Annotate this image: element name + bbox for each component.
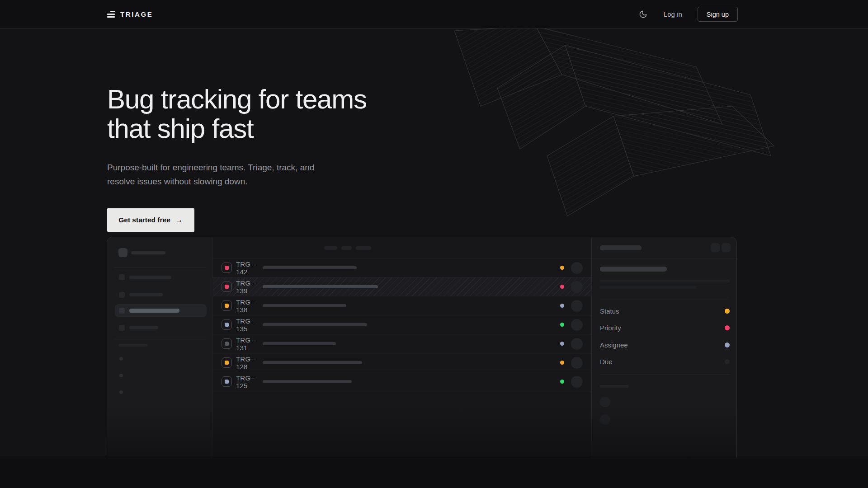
issue-title-skeleton	[263, 266, 357, 269]
issue-row[interactable]: TRG–135	[213, 315, 591, 334]
theme-toggle-moon-icon[interactable]	[638, 9, 648, 19]
status-dot	[560, 342, 564, 346]
issue-type-icon	[222, 282, 232, 292]
panel-action-button[interactable]	[711, 243, 720, 252]
filter-tab-skeleton[interactable]	[341, 246, 352, 250]
list-dot	[119, 390, 123, 394]
status-dot	[560, 323, 564, 327]
field-label: Priority	[600, 324, 621, 332]
app-mockup: TRG–142 TRG–139 TRG–138	[107, 237, 737, 458]
section-label-skeleton	[118, 344, 148, 347]
hero-title: Bug tracking for teams that ship fast	[107, 84, 367, 143]
divider	[114, 267, 207, 268]
assignee-avatar	[571, 262, 583, 274]
issue-row[interactable]: TRG–138	[213, 296, 591, 315]
issue-title-skeleton	[263, 361, 362, 364]
field-value-dot[interactable]	[725, 309, 730, 314]
mockup-issue-list: TRG–142 TRG–139 TRG–138	[213, 237, 591, 458]
issue-title-skeleton	[263, 285, 378, 288]
sidebar-item-icon	[119, 325, 125, 331]
navbar-actions: Log in Sign up	[638, 0, 738, 28]
divider	[600, 374, 730, 375]
get-started-button[interactable]: Get started free →	[107, 208, 194, 232]
field-value-dot[interactable]	[725, 359, 730, 364]
issue-id: TRG–138	[236, 298, 263, 314]
issue-type-icon	[222, 376, 232, 387]
sidebar-item-skeleton	[129, 309, 179, 313]
assignee-avatar	[571, 319, 583, 331]
assignee-avatar	[571, 338, 583, 350]
next-section	[0, 459, 868, 488]
landing-page: TRIAGE Log in Sign up	[0, 0, 868, 488]
issue-type-icon	[222, 338, 232, 349]
status-dot	[560, 266, 564, 270]
mockup-sidebar	[107, 237, 212, 458]
issue-id: TRG–131	[236, 336, 263, 352]
field-row-due: Due	[600, 357, 730, 366]
field-label: Due	[600, 358, 613, 366]
sidebar-item-skeleton[interactable]	[129, 326, 158, 329]
filter-tab-skeleton[interactable]	[356, 246, 371, 250]
issue-row[interactable]: TRG–125	[213, 372, 591, 391]
brand-logo[interactable]: TRIAGE	[107, 0, 153, 28]
sidebar-item-active[interactable]	[115, 304, 207, 317]
field-row-priority: Priority	[600, 323, 730, 333]
description-skeleton	[600, 286, 697, 289]
status-dot	[560, 304, 564, 308]
issue-title-skeleton	[600, 267, 667, 272]
get-started-label: Get started free	[118, 216, 170, 224]
issue-id: TRG–128	[236, 355, 263, 371]
field-value-dot[interactable]	[725, 325, 730, 330]
comment-avatar	[600, 397, 610, 407]
hero-subtitle-line2: resolve issues without slowing down.	[107, 177, 248, 186]
workspace-avatar	[118, 248, 127, 257]
issue-type-icon	[222, 263, 232, 273]
field-row-status: Status	[600, 306, 730, 316]
assignee-avatar	[571, 281, 583, 293]
issue-title-skeleton	[263, 342, 336, 345]
issue-type-icon	[222, 300, 232, 311]
breadcrumb-skeleton	[600, 245, 642, 250]
list-dot	[119, 357, 123, 361]
issue-list-header	[213, 237, 591, 258]
status-dot	[560, 285, 564, 289]
hero-section: Bug tracking for teams that ship fast Pu…	[0, 28, 868, 458]
field-label: Status	[600, 307, 619, 315]
signup-button[interactable]: Sign up	[698, 7, 738, 22]
navbar: TRIAGE Log in Sign up	[0, 0, 868, 28]
issue-row[interactable]: TRG–128	[213, 353, 591, 372]
assignee-avatar	[571, 376, 583, 388]
list-dot	[119, 374, 123, 377]
detail-panel-header	[592, 237, 737, 258]
arrow-right-icon: →	[175, 216, 183, 225]
hero-subtitle-line1: Purpose-built for engineering teams. Tri…	[107, 163, 314, 172]
sidebar-item-skeleton[interactable]	[129, 276, 171, 279]
issue-type-icon	[222, 319, 232, 330]
status-dot	[560, 380, 564, 384]
issue-row[interactable]: TRG–142	[213, 258, 591, 277]
brand-name: TRIAGE	[120, 10, 153, 18]
field-value-dot[interactable]	[725, 343, 730, 347]
sidebar-item-icon	[119, 292, 125, 298]
comment-avatar	[600, 414, 610, 425]
panel-action-button[interactable]	[722, 243, 731, 252]
divider	[600, 297, 730, 297]
issue-id: TRG–139	[236, 279, 263, 295]
activity-label-skeleton	[600, 385, 629, 388]
mockup-detail-panel: Status Priority Assignee Due	[591, 237, 737, 458]
triage-logo-icon	[107, 11, 115, 18]
sidebar-item-skeleton[interactable]	[129, 293, 163, 296]
login-link[interactable]: Log in	[664, 10, 682, 18]
hero-subtitle: Purpose-built for engineering teams. Tri…	[107, 161, 314, 188]
issue-title-skeleton	[263, 304, 346, 307]
assignee-avatar	[571, 357, 583, 369]
field-row-assignee: Assignee	[600, 340, 730, 350]
issue-title-skeleton	[263, 323, 367, 326]
filter-tab-skeleton[interactable]	[324, 246, 337, 250]
issue-row[interactable]: TRG–131	[213, 334, 591, 353]
assignee-avatar	[571, 300, 583, 312]
issue-row-selected[interactable]: TRG–139	[213, 277, 591, 296]
status-dot	[560, 361, 564, 365]
issue-id: TRG–142	[236, 260, 263, 276]
issue-title-skeleton	[263, 380, 352, 383]
